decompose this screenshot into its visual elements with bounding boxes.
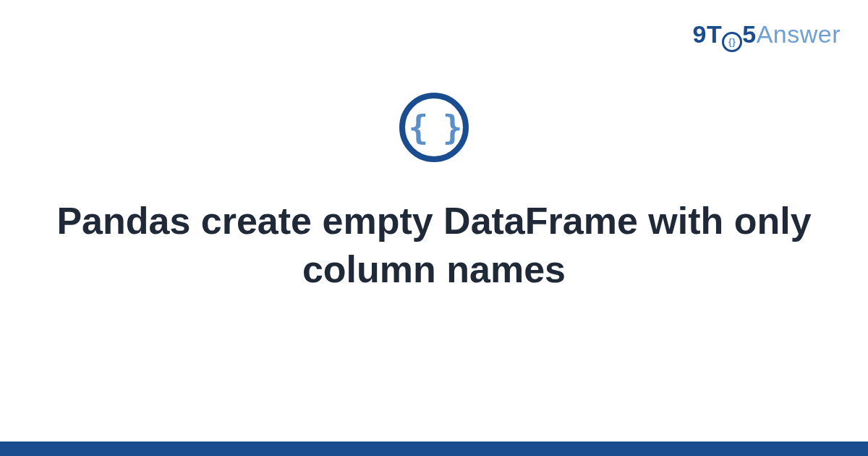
brand-prefix: 9T (693, 20, 723, 48)
brand-o-icon: {} (722, 20, 742, 52)
page-title: Pandas create empty DataFrame with only … (54, 197, 814, 293)
brand-suffix: Answer (757, 20, 841, 48)
main-content: { } Pandas create empty DataFrame with o… (0, 93, 868, 293)
code-braces-icon: { } (399, 93, 469, 162)
brand-logo: 9T{}5Answer (693, 20, 841, 52)
brand-five: 5 (742, 20, 756, 48)
footer-bar (0, 442, 868, 456)
